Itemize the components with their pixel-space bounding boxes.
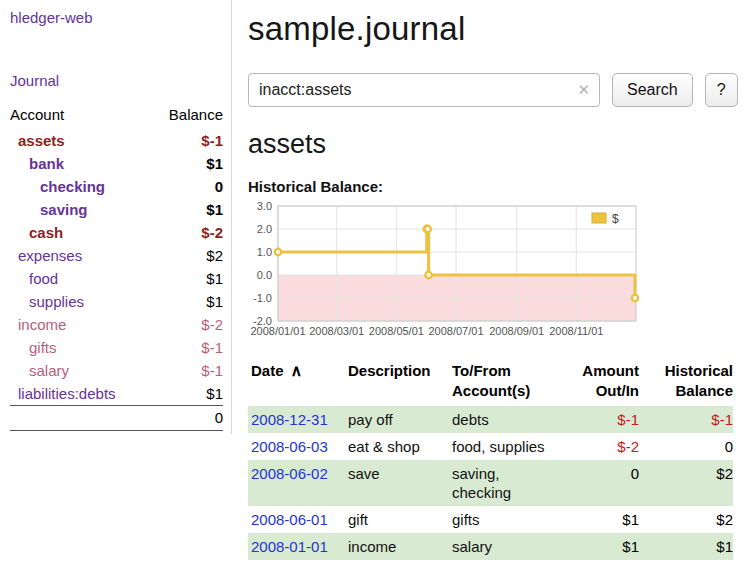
account-link[interactable]: food	[29, 270, 58, 287]
sidebar: hledger-web Journal Account Balance asse…	[0, 0, 232, 582]
accounts-header-row: Account Balance	[10, 102, 223, 129]
transaction-accounts: food, supplies	[449, 433, 561, 460]
journal-link[interactable]: Journal	[10, 72, 223, 89]
transaction-accounts: debts	[449, 406, 561, 433]
account-link[interactable]: saving	[40, 201, 88, 218]
transaction-amount: $-1	[561, 406, 639, 433]
account-link[interactable]: gifts	[29, 339, 57, 356]
register-table: Date∧ Description To/FromAccount(s) Amou…	[248, 359, 733, 560]
account-link[interactable]: bank	[29, 155, 64, 172]
svg-text:$: $	[612, 212, 619, 226]
transaction-balance: $2	[639, 506, 733, 533]
account-row: cash$-2	[10, 221, 223, 244]
balance-column-header: HistoricalBalance	[639, 359, 733, 406]
account-row: checking0	[10, 175, 223, 198]
account-link[interactable]: expenses	[18, 247, 82, 264]
account-balance: $-2	[151, 313, 223, 336]
clear-search-icon[interactable]: ✕	[577, 81, 590, 99]
account-row: saving$1	[10, 198, 223, 221]
account-row: supplies$1	[10, 290, 223, 313]
account-link[interactable]: assets	[18, 132, 65, 149]
account-balance: $-1	[151, 359, 223, 382]
svg-text:2008/01/01: 2008/01/01	[250, 325, 305, 337]
account-row: expenses$2	[10, 244, 223, 267]
svg-text:2008/05/01: 2008/05/01	[369, 325, 424, 337]
help-button[interactable]: ?	[705, 73, 738, 107]
register-header-row: Date∧ Description To/FromAccount(s) Amou…	[248, 359, 733, 406]
account-link[interactable]: checking	[40, 178, 105, 195]
hledger-web-app: hledger-web Journal Account Balance asse…	[0, 0, 742, 582]
account-row: bank$1	[10, 152, 223, 175]
svg-text:3.0: 3.0	[257, 201, 272, 212]
accounts-total-row: 0	[10, 406, 223, 431]
date-header-label: Date	[251, 362, 284, 379]
transaction-accounts: saving, checking	[449, 460, 561, 506]
svg-text:2008/11/01: 2008/11/01	[549, 325, 603, 337]
account-balance: $1	[151, 267, 223, 290]
account-link[interactable]: supplies	[29, 293, 84, 310]
historical-balance-chart: 3.02.01.00.0-1.0-2.02008/01/012008/03/01…	[248, 201, 640, 341]
transaction-balance: $-1	[639, 406, 733, 433]
account-row: assets$-1	[10, 129, 223, 152]
accounts-total-balance: 0	[151, 406, 223, 431]
search-box: ✕	[248, 73, 600, 107]
transaction-amount: 0	[561, 460, 639, 506]
account-link[interactable]: salary	[29, 362, 69, 379]
transaction-date-link[interactable]: 2008-06-02	[251, 465, 328, 482]
svg-text:1.0: 1.0	[257, 246, 272, 258]
transaction-accounts: salary	[449, 533, 561, 560]
transaction-description: gift	[345, 506, 449, 533]
transaction-description: eat & shop	[345, 433, 449, 460]
transaction-balance: 0	[639, 433, 733, 460]
svg-text:2008/03/01: 2008/03/01	[309, 325, 364, 337]
transaction-amount: $-2	[561, 433, 639, 460]
chart-title: Historical Balance:	[248, 178, 738, 195]
transaction-description: income	[345, 533, 449, 560]
account-link[interactable]: cash	[29, 224, 63, 241]
transaction-row: 2008-06-01giftgifts$1$2	[248, 506, 733, 533]
transaction-accounts: gifts	[449, 506, 561, 533]
transaction-date-link[interactable]: 2008-06-03	[251, 438, 328, 455]
account-row: income$-2	[10, 313, 223, 336]
sort-by-date-header[interactable]: Date∧	[248, 359, 345, 406]
sort-ascending-icon: ∧	[291, 362, 303, 379]
svg-text:2008/09/01: 2008/09/01	[489, 325, 544, 337]
search-input[interactable]	[248, 73, 600, 107]
account-row: salary$-1	[10, 359, 223, 382]
transaction-date-link[interactable]: 2008-12-31	[251, 411, 328, 428]
accounts-table: Account Balance assets$-1bank$1checking0…	[10, 102, 223, 431]
app-title-link[interactable]: hledger-web	[10, 9, 223, 26]
svg-text:-1.0: -1.0	[253, 292, 272, 304]
accounts-header-account: Account	[10, 102, 151, 129]
page-title: sample.journal	[248, 10, 738, 48]
account-link[interactable]: income	[18, 316, 66, 333]
svg-text:2.0: 2.0	[257, 223, 272, 235]
transaction-row: 2008-12-31pay offdebts$-1$-1	[248, 406, 733, 433]
amount-column-header: AmountOut/In	[561, 359, 639, 406]
account-balance: $-2	[151, 221, 223, 244]
account-row: liabilities:debts$1	[10, 382, 223, 406]
search-button[interactable]: Search	[612, 73, 693, 107]
transaction-amount: $1	[561, 533, 639, 560]
transaction-amount: $1	[561, 506, 639, 533]
search-row: ✕ Search ?	[248, 73, 738, 107]
svg-text:0.0: 0.0	[257, 269, 272, 281]
account-balance: $1	[151, 290, 223, 313]
transaction-description: save	[345, 460, 449, 506]
account-heading: assets	[248, 129, 738, 160]
transaction-balance: $2	[639, 460, 733, 506]
account-balance: $-1	[151, 129, 223, 152]
transaction-balance: $1	[639, 533, 733, 560]
description-header: Description	[345, 359, 449, 406]
transaction-date-link[interactable]: 2008-01-01	[251, 538, 328, 555]
account-balance: $2	[151, 244, 223, 267]
transaction-row: 2008-06-03eat & shopfood, supplies$-20	[248, 433, 733, 460]
account-link[interactable]: liabilities:debts	[18, 385, 116, 402]
transaction-description: pay off	[345, 406, 449, 433]
transaction-date-link[interactable]: 2008-06-01	[251, 511, 328, 528]
main-content: sample.journal ✕ Search ? assets Histori…	[232, 0, 742, 582]
account-balance: $1	[151, 198, 223, 221]
account-row: food$1	[10, 267, 223, 290]
accounts-column-header: To/FromAccount(s)	[449, 359, 561, 406]
account-balance: $-1	[151, 336, 223, 359]
